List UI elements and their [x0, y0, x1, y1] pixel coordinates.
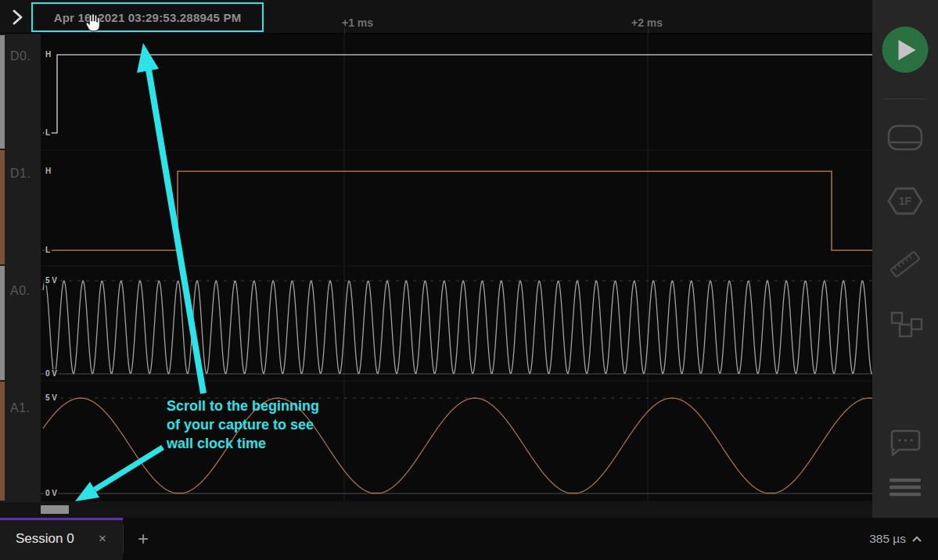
hamburger-menu-icon [889, 477, 921, 499]
close-icon: × [99, 531, 106, 546]
run-capture-button[interactable] [882, 27, 929, 73]
main-menu-button[interactable] [889, 477, 921, 501]
level-label-A1-high: 5 V [44, 393, 59, 403]
session-bar: Session 0 × + 385 µs [0, 518, 938, 560]
capture-duration-text: 385 µs [869, 532, 906, 546]
channel-color-strip-A0 [0, 266, 5, 380]
level-label-D1-low: L [44, 246, 52, 255]
time-marker-2ms: +2 ms [631, 16, 663, 29]
level-label-A1-low: 0 V [44, 489, 59, 498]
session-tab-label: Session 0 [16, 518, 74, 560]
channel-color-strip-D0 [0, 35, 5, 149]
measurements-button[interactable] [887, 249, 923, 282]
ruler-icon [887, 249, 923, 280]
chevron-up-icon [911, 536, 922, 543]
channel-color-strip-D1 [0, 150, 5, 264]
session-tab[interactable]: Session 0 × [0, 518, 123, 560]
logic-analyzer-window: Apr 16, 2021 03:29:53.288945 PM +1 ms +2… [0, 0, 938, 560]
time-tick [648, 28, 649, 34]
level-label-A0-low: 0 V [44, 369, 59, 379]
timestamp-text: Apr 16, 2021 03:29:53.288945 PM [54, 11, 242, 24]
horizontal-scrollbar[interactable] [0, 502, 872, 518]
wall-clock-timestamp[interactable]: Apr 16, 2021 03:29:53.288945 PM [31, 2, 264, 32]
expand-panel-button[interactable] [8, 7, 27, 27]
comments-button[interactable] [888, 429, 922, 461]
tab-divider [123, 525, 124, 553]
time-marker-1ms: +1 ms [342, 16, 373, 29]
extensions-button[interactable] [886, 311, 924, 342]
blocks-icon [886, 311, 924, 339]
plus-icon: + [138, 528, 149, 549]
level-label-D1-high: H [44, 167, 52, 176]
play-icon [898, 39, 917, 61]
hex-value-text: 1F [899, 195, 912, 207]
level-label-A0-high: 5 V [44, 276, 59, 285]
add-session-button[interactable]: + [131, 518, 155, 560]
level-label-D0-high: H [44, 50, 52, 59]
chat-bubble-icon [888, 429, 922, 458]
scrollbar-thumb[interactable] [41, 505, 69, 514]
hex-value-icon: 1F [887, 186, 923, 216]
waveform-plot [0, 34, 872, 502]
protocol-analyzers-button[interactable]: 1F [887, 186, 923, 218]
channel-color-strip-A1 [0, 382, 5, 501]
channel-label-D1[interactable]: D1. [10, 167, 31, 181]
right-sidebar: 1F [872, 0, 938, 518]
close-tab-button[interactable]: × [94, 518, 111, 560]
device-settings-button[interactable] [886, 124, 924, 154]
sidebar-divider [883, 99, 927, 99]
channel-label-D0[interactable]: D0. [10, 49, 31, 63]
chevron-right-icon [8, 7, 27, 27]
channel-label-A1[interactable]: A1. [10, 401, 31, 415]
level-label-D0-low: L [44, 128, 52, 138]
channel-label-A0[interactable]: A0. [10, 284, 31, 298]
capture-duration-button[interactable]: 385 µs [864, 518, 927, 560]
timeline-toolbar: Apr 16, 2021 03:29:53.288945 PM +1 ms +2… [0, 0, 872, 34]
time-tick [344, 28, 345, 34]
device-icon [886, 124, 924, 152]
